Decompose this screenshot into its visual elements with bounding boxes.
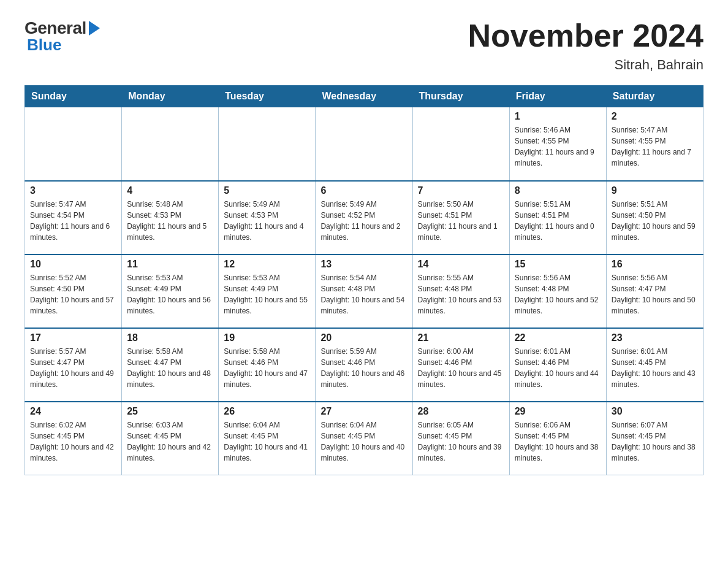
day-detail: Sunrise: 5:50 AMSunset: 4:51 PMDaylight:… [418,199,504,243]
day-detail: Sunrise: 5:49 AMSunset: 4:53 PMDaylight:… [224,199,310,243]
day-number: 14 [418,259,504,270]
header-cell-saturday: Saturday [606,86,703,107]
day-detail: Sunrise: 6:06 AMSunset: 4:45 PMDaylight:… [515,419,601,464]
day-detail: Sunrise: 5:51 AMSunset: 4:50 PMDaylight:… [612,199,698,243]
week-row-2: 3Sunrise: 5:47 AMSunset: 4:54 PMDaylight… [25,181,703,255]
calendar-title: November 2024 [468,18,703,53]
calendar-subtitle: Sitrah, Bahrain [468,57,703,73]
day-detail: Sunrise: 5:51 AMSunset: 4:51 PMDaylight:… [515,199,601,243]
day-cell: 5Sunrise: 5:49 AMSunset: 4:53 PMDaylight… [219,181,316,255]
calendar-body: 1Sunrise: 5:46 AMSunset: 4:55 PMDaylight… [25,107,703,475]
day-number: 6 [320,185,407,196]
day-cell: 20Sunrise: 5:59 AMSunset: 4:46 PMDayligh… [316,328,412,402]
day-cell [122,107,219,181]
day-cell: 29Sunrise: 6:06 AMSunset: 4:45 PMDayligh… [509,402,606,475]
day-detail: Sunrise: 6:02 AMSunset: 4:45 PMDaylight:… [30,419,116,464]
calendar-header: SundayMondayTuesdayWednesdayThursdayFrid… [25,86,703,107]
day-number: 25 [127,406,213,417]
day-cell: 19Sunrise: 5:58 AMSunset: 4:46 PMDayligh… [219,328,316,402]
day-number: 11 [127,259,213,270]
title-area: November 2024 Sitrah, Bahrain [468,18,703,73]
day-number: 15 [515,259,601,270]
day-detail: Sunrise: 6:05 AMSunset: 4:45 PMDaylight:… [418,419,504,464]
day-number: 23 [612,332,698,343]
day-cell [316,107,412,181]
day-detail: Sunrise: 5:49 AMSunset: 4:52 PMDaylight:… [320,199,407,243]
day-cell: 1Sunrise: 5:46 AMSunset: 4:55 PMDaylight… [509,107,606,181]
day-number: 27 [320,406,407,417]
header-cell-monday: Monday [122,86,219,107]
day-detail: Sunrise: 5:53 AMSunset: 4:49 PMDaylight:… [127,272,213,316]
day-detail: Sunrise: 6:03 AMSunset: 4:45 PMDaylight:… [127,419,213,464]
day-number: 5 [224,185,310,196]
day-cell: 25Sunrise: 6:03 AMSunset: 4:45 PMDayligh… [122,402,219,475]
header-cell-sunday: Sunday [25,86,122,107]
day-cell: 22Sunrise: 6:01 AMSunset: 4:46 PMDayligh… [509,328,606,402]
day-number: 10 [30,259,116,270]
day-detail: Sunrise: 6:04 AMSunset: 4:45 PMDaylight:… [320,419,407,464]
week-row-4: 17Sunrise: 5:57 AMSunset: 4:47 PMDayligh… [25,328,703,402]
day-detail: Sunrise: 5:54 AMSunset: 4:48 PMDaylight:… [320,272,407,316]
day-number: 8 [515,185,601,196]
day-cell: 23Sunrise: 6:01 AMSunset: 4:45 PMDayligh… [606,328,703,402]
day-cell [219,107,316,181]
day-number: 21 [418,332,504,343]
day-cell: 12Sunrise: 5:53 AMSunset: 4:49 PMDayligh… [219,255,316,328]
day-number: 20 [320,332,407,343]
day-detail: Sunrise: 5:57 AMSunset: 4:47 PMDaylight:… [30,346,116,390]
logo: General Blue [25,18,101,55]
day-detail: Sunrise: 5:47 AMSunset: 4:54 PMDaylight:… [30,199,116,243]
logo-arrow-icon [89,21,100,36]
header: General Blue November 2024 Sitrah, Bahra… [25,18,703,73]
day-number: 29 [515,406,601,417]
day-detail: Sunrise: 6:01 AMSunset: 4:45 PMDaylight:… [612,346,698,390]
week-row-5: 24Sunrise: 6:02 AMSunset: 4:45 PMDayligh… [25,402,703,475]
day-cell: 2Sunrise: 5:47 AMSunset: 4:55 PMDaylight… [606,107,703,181]
day-number: 9 [612,185,698,196]
day-cell: 14Sunrise: 5:55 AMSunset: 4:48 PMDayligh… [412,255,509,328]
header-cell-thursday: Thursday [412,86,509,107]
calendar-table: SundayMondayTuesdayWednesdayThursdayFrid… [25,85,703,475]
day-cell: 30Sunrise: 6:07 AMSunset: 4:45 PMDayligh… [606,402,703,475]
day-detail: Sunrise: 5:56 AMSunset: 4:48 PMDaylight:… [515,272,601,316]
day-cell: 9Sunrise: 5:51 AMSunset: 4:50 PMDaylight… [606,181,703,255]
day-number: 19 [224,332,310,343]
day-cell: 4Sunrise: 5:48 AMSunset: 4:53 PMDaylight… [122,181,219,255]
day-detail: Sunrise: 6:00 AMSunset: 4:46 PMDaylight:… [418,346,504,390]
day-cell: 18Sunrise: 5:58 AMSunset: 4:47 PMDayligh… [122,328,219,402]
day-number: 16 [612,259,698,270]
day-cell: 11Sunrise: 5:53 AMSunset: 4:49 PMDayligh… [122,255,219,328]
day-cell: 6Sunrise: 5:49 AMSunset: 4:52 PMDaylight… [316,181,412,255]
header-row: SundayMondayTuesdayWednesdayThursdayFrid… [25,86,703,107]
header-cell-tuesday: Tuesday [219,86,316,107]
week-row-1: 1Sunrise: 5:46 AMSunset: 4:55 PMDaylight… [25,107,703,181]
day-cell: 13Sunrise: 5:54 AMSunset: 4:48 PMDayligh… [316,255,412,328]
week-row-3: 10Sunrise: 5:52 AMSunset: 4:50 PMDayligh… [25,255,703,328]
day-cell [412,107,509,181]
day-detail: Sunrise: 6:07 AMSunset: 4:45 PMDaylight:… [612,419,698,464]
day-number: 24 [30,406,116,417]
day-detail: Sunrise: 5:58 AMSunset: 4:46 PMDaylight:… [224,346,310,390]
day-cell: 21Sunrise: 6:00 AMSunset: 4:46 PMDayligh… [412,328,509,402]
day-number: 7 [418,185,504,196]
day-number: 4 [127,185,213,196]
day-number: 30 [612,406,698,417]
header-cell-wednesday: Wednesday [316,86,412,107]
day-number: 18 [127,332,213,343]
day-number: 26 [224,406,310,417]
day-cell: 24Sunrise: 6:02 AMSunset: 4:45 PMDayligh… [25,402,122,475]
day-cell: 10Sunrise: 5:52 AMSunset: 4:50 PMDayligh… [25,255,122,328]
day-cell: 28Sunrise: 6:05 AMSunset: 4:45 PMDayligh… [412,402,509,475]
day-detail: Sunrise: 6:04 AMSunset: 4:45 PMDaylight:… [224,419,310,464]
day-detail: Sunrise: 5:46 AMSunset: 4:55 PMDaylight:… [515,124,601,169]
day-detail: Sunrise: 5:56 AMSunset: 4:47 PMDaylight:… [612,272,698,316]
day-number: 12 [224,259,310,270]
day-number: 3 [30,185,116,196]
day-detail: Sunrise: 5:52 AMSunset: 4:50 PMDaylight:… [30,272,116,316]
day-number: 13 [320,259,407,270]
day-cell: 27Sunrise: 6:04 AMSunset: 4:45 PMDayligh… [316,402,412,475]
day-cell: 17Sunrise: 5:57 AMSunset: 4:47 PMDayligh… [25,328,122,402]
day-cell: 7Sunrise: 5:50 AMSunset: 4:51 PMDaylight… [412,181,509,255]
header-cell-friday: Friday [509,86,606,107]
day-number: 17 [30,332,116,343]
